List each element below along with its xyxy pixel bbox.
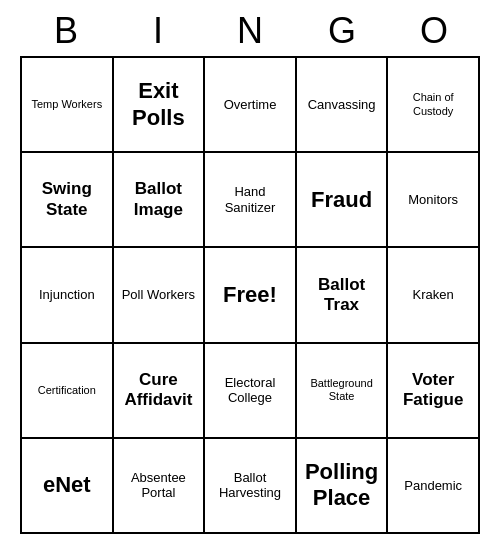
bingo-cell-20: eNet <box>22 439 114 534</box>
bingo-cell-22: Ballot Harvesting <box>205 439 297 534</box>
bingo-cell-24: Pandemic <box>388 439 480 534</box>
cell-text-15: Certification <box>38 384 96 397</box>
bingo-cell-12: Free! <box>205 248 297 343</box>
bingo-cell-0: Temp Workers <box>22 58 114 153</box>
cell-text-19: Voter Fatigue <box>392 370 474 411</box>
cell-text-2: Overtime <box>224 97 277 113</box>
cell-text-7: Hand Sanitizer <box>209 184 291 215</box>
letter-n: N <box>206 10 294 52</box>
cell-text-11: Poll Workers <box>122 287 195 303</box>
cell-text-10: Injunction <box>39 287 95 303</box>
letter-b: B <box>22 10 110 52</box>
cell-text-1: Exit Polls <box>118 78 200 131</box>
bingo-cell-5: Swing State <box>22 153 114 248</box>
cell-text-24: Pandemic <box>404 478 462 494</box>
bingo-cell-3: Canvassing <box>297 58 389 153</box>
bingo-cell-9: Monitors <box>388 153 480 248</box>
cell-text-18: Battleground State <box>301 377 383 403</box>
bingo-cell-14: Kraken <box>388 248 480 343</box>
bingo-cell-23: Polling Place <box>297 439 389 534</box>
bingo-cell-8: Fraud <box>297 153 389 248</box>
cell-text-16: Cure Affidavit <box>118 370 200 411</box>
cell-text-22: Ballot Harvesting <box>209 470 291 501</box>
bingo-cell-18: Battleground State <box>297 344 389 439</box>
cell-text-0: Temp Workers <box>31 98 102 111</box>
cell-text-4: Chain of Custody <box>392 91 474 117</box>
cell-text-5: Swing State <box>26 179 108 220</box>
bingo-cell-11: Poll Workers <box>114 248 206 343</box>
bingo-cell-4: Chain of Custody <box>388 58 480 153</box>
bingo-cell-2: Overtime <box>205 58 297 153</box>
bingo-cell-6: Ballot Image <box>114 153 206 248</box>
bingo-cell-1: Exit Polls <box>114 58 206 153</box>
cell-text-8: Fraud <box>311 187 372 213</box>
letter-o: O <box>390 10 478 52</box>
letter-i: I <box>114 10 202 52</box>
bingo-header: B I N G O <box>20 10 480 52</box>
cell-text-6: Ballot Image <box>118 179 200 220</box>
cell-text-12: Free! <box>223 282 277 308</box>
bingo-cell-21: Absentee Portal <box>114 439 206 534</box>
bingo-cell-17: Electoral College <box>205 344 297 439</box>
bingo-cell-19: Voter Fatigue <box>388 344 480 439</box>
cell-text-21: Absentee Portal <box>118 470 200 501</box>
bingo-cell-13: Ballot Trax <box>297 248 389 343</box>
bingo-cell-15: Certification <box>22 344 114 439</box>
cell-text-9: Monitors <box>408 192 458 208</box>
cell-text-3: Canvassing <box>308 97 376 113</box>
bingo-grid: Temp WorkersExit PollsOvertimeCanvassing… <box>20 56 480 534</box>
cell-text-13: Ballot Trax <box>301 275 383 316</box>
cell-text-23: Polling Place <box>301 459 383 512</box>
cell-text-17: Electoral College <box>209 375 291 406</box>
letter-g: G <box>298 10 386 52</box>
cell-text-20: eNet <box>43 472 91 498</box>
bingo-cell-16: Cure Affidavit <box>114 344 206 439</box>
cell-text-14: Kraken <box>413 287 454 303</box>
bingo-cell-10: Injunction <box>22 248 114 343</box>
bingo-cell-7: Hand Sanitizer <box>205 153 297 248</box>
